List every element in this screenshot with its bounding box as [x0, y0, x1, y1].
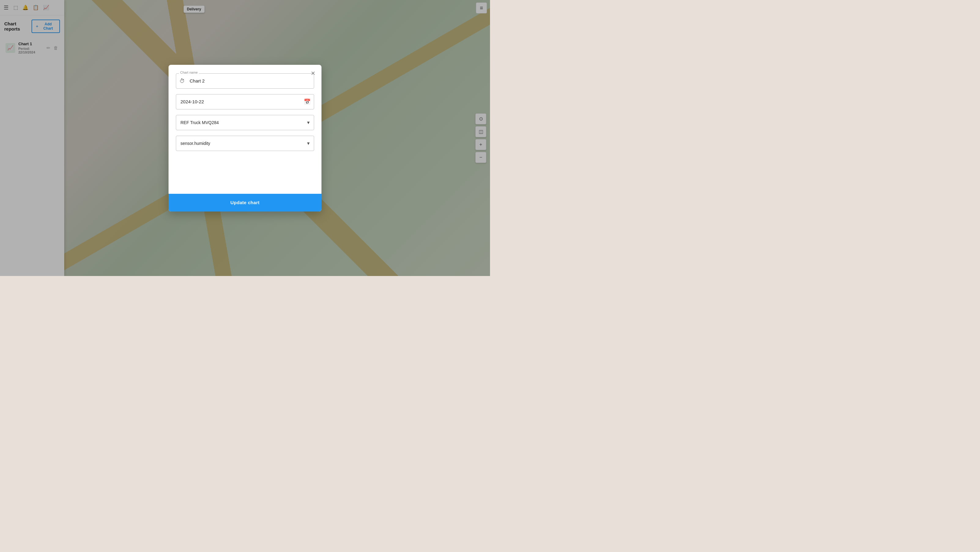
update-chart-button[interactable]: Update chart	[169, 194, 321, 211]
sensor-select[interactable]: sensor.humiditysensor.temperaturesensor.…	[176, 136, 314, 151]
modal-body: Chart name ⏱ 📅 REF Truck MVQ284Truck ATr…	[169, 65, 321, 194]
date-field-group: 📅	[176, 94, 314, 109]
chart-name-field-group: Chart name ⏱	[176, 73, 314, 89]
date-input[interactable]	[176, 94, 314, 109]
chart-name-input[interactable]	[176, 73, 314, 89]
chart-name-label: Chart name	[179, 71, 199, 74]
calendar-icon[interactable]: 📅	[304, 98, 310, 105]
modal-close-button[interactable]: ✕	[309, 69, 317, 78]
modal-overlay: ✕ Chart name ⏱ 📅 REF Truck MVQ284Truck A…	[0, 0, 490, 276]
sensor-field-group: sensor.humiditysensor.temperaturesensor.…	[176, 136, 314, 151]
chart-name-icon: ⏱	[180, 78, 185, 84]
truck-select[interactable]: REF Truck MVQ284Truck ATruck B	[176, 115, 314, 130]
modal-dialog: ✕ Chart name ⏱ 📅 REF Truck MVQ284Truck A…	[169, 65, 321, 211]
truck-field-group: REF Truck MVQ284Truck ATruck B ▼	[176, 115, 314, 130]
